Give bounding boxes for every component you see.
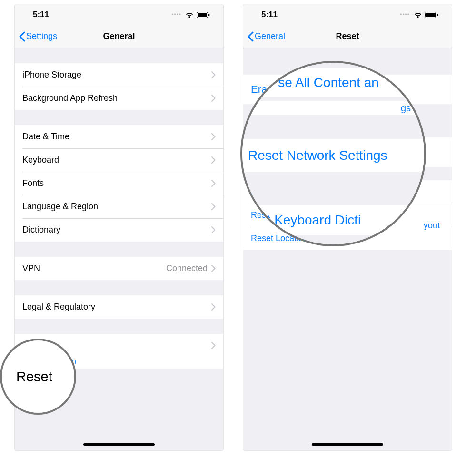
row-value: Connected [166,263,208,273]
row-label: VPN [22,263,40,273]
row-reset[interactable]: Reset [15,334,223,357]
nav-bar: General Reset [243,25,452,48]
row-label: Keyboard [22,155,59,165]
back-label: General [255,31,285,41]
row-label: Reset [22,340,45,350]
svg-rect-2 [208,14,209,16]
cellular-dots-icon: •••• [171,11,181,18]
row-label: Date & Time [22,132,69,142]
back-button[interactable]: Settings [19,31,57,42]
row-reset-keyboard-dictionary[interactable]: Reset Keyboard Dictionary [243,180,452,204]
chevron-right-icon [211,226,216,233]
chevron-right-icon [211,265,216,272]
chevron-right-icon [211,71,216,78]
content-general: iPhone Storage Background App Refresh Da… [15,48,223,450]
wifi-icon [185,12,194,18]
row-background-app-refresh[interactable]: Background App Refresh [15,87,223,110]
status-bar: 5:11 •••• [243,4,452,25]
row-label: Legal & Regulatory [22,302,95,312]
home-indicator[interactable] [312,443,383,446]
row-label: Reset Keyboard Dictionary [251,187,353,197]
row-reset-home-layout[interactable]: Reset Home Screen Layout [243,204,452,227]
battery-icon [425,12,438,18]
back-label: Settings [26,31,57,41]
svg-rect-5 [437,14,438,16]
phone-reset: 5:11 •••• General Reset [243,4,452,451]
row-dictionary[interactable]: Dictionary [15,218,223,242]
row-keyboard[interactable]: Keyboard [15,148,223,172]
row-erase-all-content[interactable]: Erase All Content and Settings [243,75,452,104]
chevron-left-icon [247,31,254,42]
row-label: iPhone Storage [22,70,81,80]
chevron-right-icon [211,342,216,349]
content-reset: Erase All Content and Settings Reset Net… [243,48,452,450]
wifi-icon [414,12,422,18]
back-button[interactable]: General [247,31,285,42]
battery-icon [197,12,210,18]
chevron-right-icon [211,303,216,311]
row-fonts[interactable]: Fonts [15,172,223,195]
row-reset-location-privacy[interactable]: Reset Location & Privacy [243,227,452,250]
chevron-right-icon [211,156,216,164]
row-label: Background App Refresh [22,93,118,103]
row-shutdown-partial: n [15,357,223,369]
status-time: 5:11 [261,10,278,19]
row-label: Reset Location & Privacy [251,233,347,243]
layout-tail-text: yout [424,221,440,231]
svg-rect-1 [198,13,207,17]
status-icons: •••• [171,11,210,18]
row-label: Fonts [22,178,44,188]
status-icons: •••• [400,11,438,18]
row-language-region[interactable]: Language & Region [15,195,223,218]
svg-rect-4 [426,13,436,17]
row-label: Reset Home Screen Layout [251,210,356,220]
row-legal-regulatory[interactable]: Legal & Regulatory [15,295,223,319]
row-label: Dictionary [22,225,60,235]
cellular-dots-icon: •••• [400,11,410,18]
nav-bar: Settings General [15,25,223,48]
home-indicator[interactable] [83,443,155,446]
row-label: Language & Region [22,202,98,212]
chevron-right-icon [211,95,216,102]
chevron-right-icon [211,133,216,140]
row-date-time[interactable]: Date & Time [15,125,223,148]
status-bar: 5:11 •••• [15,4,223,25]
row-label: Reset Network Settings [251,146,360,158]
row-vpn[interactable]: VPN Connected [15,257,223,280]
chevron-right-icon [211,180,216,187]
status-time: 5:11 [33,10,49,19]
row-reset-network-settings[interactable]: Reset Network Settings [243,137,452,167]
chevron-left-icon [19,31,25,42]
row-label: Erase All Content and Settings [251,83,393,96]
row-iphone-storage[interactable]: iPhone Storage [15,63,223,87]
phone-general: 5:11 •••• Settings General [14,4,224,451]
chevron-right-icon [211,203,216,210]
